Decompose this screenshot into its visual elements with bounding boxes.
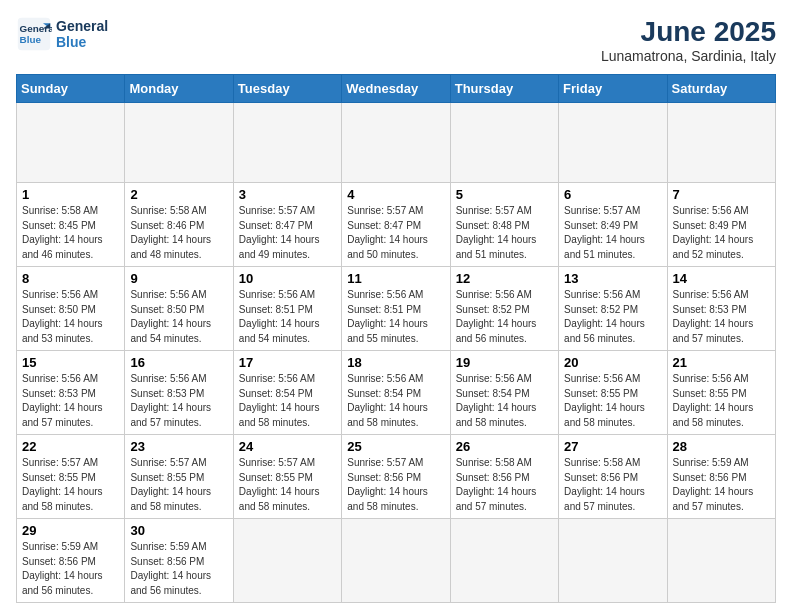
- logo: General Blue General Blue: [16, 16, 108, 52]
- day-number: 19: [456, 355, 553, 370]
- day-number: 8: [22, 271, 119, 286]
- day-info: Sunrise: 5:59 AMSunset: 8:56 PMDaylight:…: [22, 540, 119, 598]
- day-number: 24: [239, 439, 336, 454]
- calendar-day-cell: 8Sunrise: 5:56 AMSunset: 8:50 PMDaylight…: [17, 267, 125, 351]
- day-info: Sunrise: 5:56 AMSunset: 8:54 PMDaylight:…: [347, 372, 444, 430]
- calendar-day-cell: [233, 519, 341, 603]
- day-info: Sunrise: 5:56 AMSunset: 8:51 PMDaylight:…: [239, 288, 336, 346]
- calendar-day-cell: [125, 103, 233, 183]
- calendar-day-cell: 30Sunrise: 5:59 AMSunset: 8:56 PMDayligh…: [125, 519, 233, 603]
- calendar-day-cell: 10Sunrise: 5:56 AMSunset: 8:51 PMDayligh…: [233, 267, 341, 351]
- calendar-day-cell: 5Sunrise: 5:57 AMSunset: 8:48 PMDaylight…: [450, 183, 558, 267]
- day-number: 23: [130, 439, 227, 454]
- calendar-day-cell: 29Sunrise: 5:59 AMSunset: 8:56 PMDayligh…: [17, 519, 125, 603]
- day-number: 20: [564, 355, 661, 370]
- day-info: Sunrise: 5:59 AMSunset: 8:56 PMDaylight:…: [130, 540, 227, 598]
- calendar-day-cell: 13Sunrise: 5:56 AMSunset: 8:52 PMDayligh…: [559, 267, 667, 351]
- calendar-day-cell: [342, 519, 450, 603]
- calendar-day-cell: 15Sunrise: 5:56 AMSunset: 8:53 PMDayligh…: [17, 351, 125, 435]
- title-block: June 2025 Lunamatrona, Sardinia, Italy: [601, 16, 776, 64]
- day-number: 6: [564, 187, 661, 202]
- calendar-day-cell: [667, 519, 775, 603]
- day-number: 29: [22, 523, 119, 538]
- day-of-week-header: Thursday: [450, 75, 558, 103]
- calendar-day-cell: [342, 103, 450, 183]
- calendar-day-cell: 9Sunrise: 5:56 AMSunset: 8:50 PMDaylight…: [125, 267, 233, 351]
- calendar-day-cell: 19Sunrise: 5:56 AMSunset: 8:54 PMDayligh…: [450, 351, 558, 435]
- day-info: Sunrise: 5:59 AMSunset: 8:56 PMDaylight:…: [673, 456, 770, 514]
- day-info: Sunrise: 5:56 AMSunset: 8:55 PMDaylight:…: [673, 372, 770, 430]
- calendar-day-cell: 20Sunrise: 5:56 AMSunset: 8:55 PMDayligh…: [559, 351, 667, 435]
- day-info: Sunrise: 5:58 AMSunset: 8:46 PMDaylight:…: [130, 204, 227, 262]
- calendar-day-cell: 11Sunrise: 5:56 AMSunset: 8:51 PMDayligh…: [342, 267, 450, 351]
- calendar-week-row: 22Sunrise: 5:57 AMSunset: 8:55 PMDayligh…: [17, 435, 776, 519]
- day-number: 2: [130, 187, 227, 202]
- day-number: 1: [22, 187, 119, 202]
- calendar-day-cell: [17, 103, 125, 183]
- calendar-day-cell: 18Sunrise: 5:56 AMSunset: 8:54 PMDayligh…: [342, 351, 450, 435]
- day-info: Sunrise: 5:56 AMSunset: 8:50 PMDaylight:…: [130, 288, 227, 346]
- day-of-week-header: Sunday: [17, 75, 125, 103]
- calendar-day-cell: 24Sunrise: 5:57 AMSunset: 8:55 PMDayligh…: [233, 435, 341, 519]
- calendar-header-row: SundayMondayTuesdayWednesdayThursdayFrid…: [17, 75, 776, 103]
- day-number: 14: [673, 271, 770, 286]
- day-info: Sunrise: 5:57 AMSunset: 8:55 PMDaylight:…: [22, 456, 119, 514]
- calendar-day-cell: 23Sunrise: 5:57 AMSunset: 8:55 PMDayligh…: [125, 435, 233, 519]
- day-number: 22: [22, 439, 119, 454]
- day-number: 7: [673, 187, 770, 202]
- day-info: Sunrise: 5:58 AMSunset: 8:45 PMDaylight:…: [22, 204, 119, 262]
- day-info: Sunrise: 5:58 AMSunset: 8:56 PMDaylight:…: [456, 456, 553, 514]
- calendar-day-cell: 27Sunrise: 5:58 AMSunset: 8:56 PMDayligh…: [559, 435, 667, 519]
- day-info: Sunrise: 5:56 AMSunset: 8:54 PMDaylight:…: [239, 372, 336, 430]
- calendar-day-cell: 7Sunrise: 5:56 AMSunset: 8:49 PMDaylight…: [667, 183, 775, 267]
- day-info: Sunrise: 5:56 AMSunset: 8:50 PMDaylight:…: [22, 288, 119, 346]
- calendar-day-cell: 3Sunrise: 5:57 AMSunset: 8:47 PMDaylight…: [233, 183, 341, 267]
- day-number: 25: [347, 439, 444, 454]
- day-info: Sunrise: 5:58 AMSunset: 8:56 PMDaylight:…: [564, 456, 661, 514]
- calendar-day-cell: [559, 519, 667, 603]
- month-title: June 2025: [601, 16, 776, 48]
- day-number: 10: [239, 271, 336, 286]
- day-info: Sunrise: 5:56 AMSunset: 8:53 PMDaylight:…: [130, 372, 227, 430]
- day-info: Sunrise: 5:56 AMSunset: 8:53 PMDaylight:…: [22, 372, 119, 430]
- day-number: 12: [456, 271, 553, 286]
- day-number: 30: [130, 523, 227, 538]
- day-number: 16: [130, 355, 227, 370]
- logo-general: General: [56, 18, 108, 34]
- calendar-day-cell: 1Sunrise: 5:58 AMSunset: 8:45 PMDaylight…: [17, 183, 125, 267]
- calendar-day-cell: 12Sunrise: 5:56 AMSunset: 8:52 PMDayligh…: [450, 267, 558, 351]
- svg-text:Blue: Blue: [20, 34, 42, 45]
- day-info: Sunrise: 5:57 AMSunset: 8:55 PMDaylight:…: [239, 456, 336, 514]
- logo-icon: General Blue: [16, 16, 52, 52]
- day-number: 28: [673, 439, 770, 454]
- calendar-day-cell: 6Sunrise: 5:57 AMSunset: 8:49 PMDaylight…: [559, 183, 667, 267]
- calendar-day-cell: 17Sunrise: 5:56 AMSunset: 8:54 PMDayligh…: [233, 351, 341, 435]
- calendar-day-cell: [667, 103, 775, 183]
- day-number: 18: [347, 355, 444, 370]
- day-number: 15: [22, 355, 119, 370]
- logo-blue: Blue: [56, 34, 108, 50]
- day-number: 17: [239, 355, 336, 370]
- calendar-day-cell: 21Sunrise: 5:56 AMSunset: 8:55 PMDayligh…: [667, 351, 775, 435]
- day-number: 27: [564, 439, 661, 454]
- day-info: Sunrise: 5:56 AMSunset: 8:55 PMDaylight:…: [564, 372, 661, 430]
- calendar-day-cell: [450, 103, 558, 183]
- day-number: 9: [130, 271, 227, 286]
- day-of-week-header: Wednesday: [342, 75, 450, 103]
- day-info: Sunrise: 5:56 AMSunset: 8:52 PMDaylight:…: [456, 288, 553, 346]
- calendar-day-cell: 22Sunrise: 5:57 AMSunset: 8:55 PMDayligh…: [17, 435, 125, 519]
- day-number: 4: [347, 187, 444, 202]
- calendar-day-cell: 14Sunrise: 5:56 AMSunset: 8:53 PMDayligh…: [667, 267, 775, 351]
- calendar-day-cell: 16Sunrise: 5:56 AMSunset: 8:53 PMDayligh…: [125, 351, 233, 435]
- calendar-day-cell: 26Sunrise: 5:58 AMSunset: 8:56 PMDayligh…: [450, 435, 558, 519]
- day-info: Sunrise: 5:56 AMSunset: 8:53 PMDaylight:…: [673, 288, 770, 346]
- day-of-week-header: Monday: [125, 75, 233, 103]
- day-info: Sunrise: 5:57 AMSunset: 8:47 PMDaylight:…: [239, 204, 336, 262]
- day-info: Sunrise: 5:56 AMSunset: 8:51 PMDaylight:…: [347, 288, 444, 346]
- day-info: Sunrise: 5:57 AMSunset: 8:48 PMDaylight:…: [456, 204, 553, 262]
- calendar-week-row: 1Sunrise: 5:58 AMSunset: 8:45 PMDaylight…: [17, 183, 776, 267]
- day-number: 21: [673, 355, 770, 370]
- day-number: 26: [456, 439, 553, 454]
- calendar-day-cell: [233, 103, 341, 183]
- calendar-week-row: 8Sunrise: 5:56 AMSunset: 8:50 PMDaylight…: [17, 267, 776, 351]
